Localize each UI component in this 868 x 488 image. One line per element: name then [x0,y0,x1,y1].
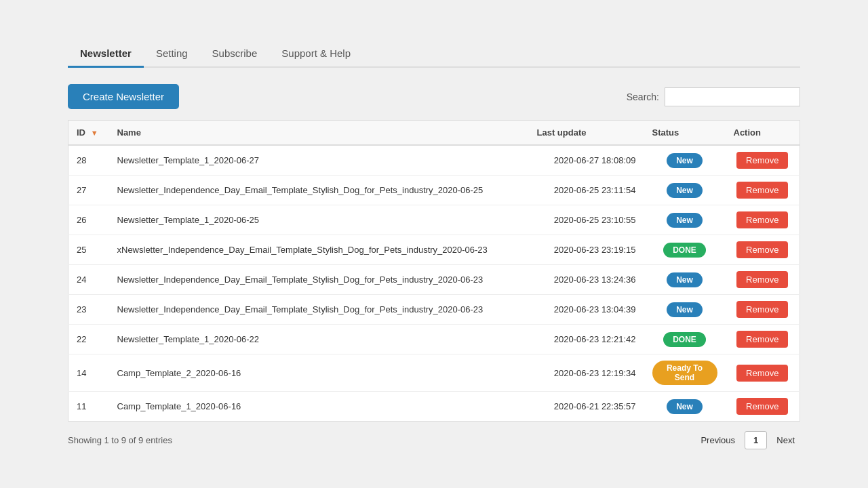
cell-action: Remove [726,295,800,325]
cell-action: Remove [726,205,800,235]
table-row: 25 xNewsletter_Independence_Day_Email_Te… [68,235,800,265]
cell-name: Newsletter_Independence_Day_Email_Templa… [109,295,529,325]
cell-status: New [644,205,726,235]
cell-update: 2020-06-23 12:21:42 [529,325,644,354]
table-row: 22 Newsletter_Template_1_2020-06-22 2020… [68,325,800,354]
table-row: 14 Camp_Template_2_2020-06-16 2020-06-23… [68,354,800,392]
cell-id: 27 [68,176,109,205]
cell-action: Remove [726,265,800,295]
previous-button[interactable]: Previous [695,432,741,449]
status-badge: Ready To Send [652,361,717,385]
tab-support[interactable]: Support & Help [269,41,363,68]
tab-newsletter[interactable]: Newsletter [68,41,144,68]
status-badge: New [667,153,703,168]
cell-action: Remove [726,145,800,176]
remove-button[interactable]: Remove [736,301,788,318]
cell-update: 2020-06-25 23:10:55 [529,205,644,235]
search-label: Search: [627,92,659,102]
cell-action: Remove [726,235,800,265]
showing-text: Showing 1 to 9 of 9 entries [68,435,172,445]
col-header-status: Status [644,121,726,146]
tab-subscribe[interactable]: Subscribe [200,41,270,68]
cell-status: New [644,145,726,176]
status-badge: New [667,302,703,317]
cell-id: 22 [68,325,109,354]
remove-button[interactable]: Remove [736,241,788,258]
cell-status: Ready To Send [644,354,726,392]
status-badge: New [667,399,703,414]
pagination-row: Showing 1 to 9 of 9 entries Previous 1 N… [68,431,800,449]
table-row: 11 Camp_Template_1_2020-06-16 2020-06-21… [68,392,800,422]
status-badge: New [667,272,703,287]
cell-action: Remove [726,176,800,205]
table-row: 27 Newsletter_Independence_Day_Email_Tem… [68,176,800,205]
status-badge: New [667,213,703,228]
cell-id: 14 [68,354,109,392]
cell-update: 2020-06-23 13:24:36 [529,265,644,295]
next-button[interactable]: Next [771,432,800,449]
cell-name: Newsletter_Template_1_2020-06-25 [109,205,529,235]
remove-button[interactable]: Remove [736,152,788,169]
data-table: ID ▼ Name Last update Status Action 28 N… [68,120,800,422]
cell-status: DONE [644,325,726,354]
col-header-id[interactable]: ID ▼ [68,121,109,146]
cell-status: New [644,176,726,205]
cell-name: Camp_Template_1_2020-06-16 [109,392,529,422]
tab-setting[interactable]: Setting [144,41,200,68]
remove-button[interactable]: Remove [736,271,788,288]
remove-button[interactable]: Remove [736,211,788,228]
cell-id: 25 [68,235,109,265]
cell-status: New [644,295,726,325]
search-area: Search: [627,87,800,106]
cell-update: 2020-06-27 18:08:09 [529,145,644,176]
cell-action: Remove [726,354,800,392]
cell-id: 24 [68,265,109,295]
cell-id: 26 [68,205,109,235]
toolbar: Create Newsletter Search: [68,84,800,109]
status-badge: DONE [663,243,706,258]
page-wrapper: Newsletter Setting Subscribe Support & H… [0,0,868,488]
cell-status: New [644,265,726,295]
cell-status: New [644,392,726,422]
cell-name: xNewsletter_Independence_Day_Email_Templ… [109,235,529,265]
remove-button[interactable]: Remove [736,182,788,199]
table-header-row: ID ▼ Name Last update Status Action [68,121,800,146]
table-body: 28 Newsletter_Template_1_2020-06-27 2020… [68,145,800,422]
cell-id: 28 [68,145,109,176]
col-header-name: Name [109,121,529,146]
cell-id: 23 [68,295,109,325]
cell-name: Newsletter_Independence_Day_Email_Templa… [109,265,529,295]
create-newsletter-button[interactable]: Create Newsletter [68,84,179,109]
remove-button[interactable]: Remove [736,365,788,382]
remove-button[interactable]: Remove [736,331,788,348]
col-header-action: Action [726,121,800,146]
table-row: 26 Newsletter_Template_1_2020-06-25 2020… [68,205,800,235]
nav-tabs: Newsletter Setting Subscribe Support & H… [68,41,800,68]
cell-update: 2020-06-23 13:04:39 [529,295,644,325]
cell-status: DONE [644,235,726,265]
page-1-button[interactable]: 1 [745,431,767,449]
table-row: 28 Newsletter_Template_1_2020-06-27 2020… [68,145,800,176]
cell-action: Remove [726,392,800,422]
cell-name: Newsletter_Independence_Day_Email_Templa… [109,176,529,205]
table-row: 23 Newsletter_Independence_Day_Email_Tem… [68,295,800,325]
cell-name: Camp_Template_2_2020-06-16 [109,354,529,392]
cell-update: 2020-06-21 22:35:57 [529,392,644,422]
status-badge: DONE [663,332,706,347]
remove-button[interactable]: Remove [736,398,788,415]
cell-id: 11 [68,392,109,422]
sort-icon-id: ▼ [91,129,98,137]
cell-update: 2020-06-23 23:19:15 [529,235,644,265]
col-header-update: Last update [529,121,644,146]
status-badge: New [667,183,703,198]
pagination-controls: Previous 1 Next [695,431,800,449]
cell-name: Newsletter_Template_1_2020-06-22 [109,325,529,354]
cell-update: 2020-06-25 23:11:54 [529,176,644,205]
cell-update: 2020-06-23 12:19:34 [529,354,644,392]
table-row: 24 Newsletter_Independence_Day_Email_Tem… [68,265,800,295]
cell-name: Newsletter_Template_1_2020-06-27 [109,145,529,176]
cell-action: Remove [726,325,800,354]
search-input[interactable] [665,87,800,106]
